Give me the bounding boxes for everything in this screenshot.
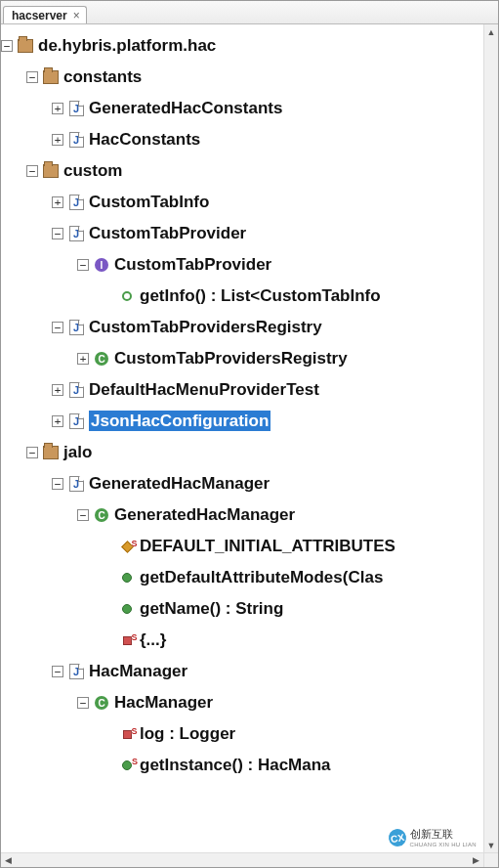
- static-method-node[interactable]: · S getInstance() : HacMana: [103, 750, 483, 781]
- package-icon: [42, 444, 60, 461]
- method-node[interactable]: · getDefaultAttributeModes(Clas: [103, 562, 483, 593]
- watermark-text: 创新互联: [410, 827, 477, 842]
- file-label: CustomTabProvidersRegistry: [89, 318, 322, 337]
- java-file[interactable]: + J CustomTabInfo: [52, 187, 483, 218]
- method-node[interactable]: · getName() : String: [103, 593, 483, 625]
- collapse-icon[interactable]: −: [77, 697, 89, 709]
- package-jalo[interactable]: − jalo: [26, 437, 483, 468]
- vertical-scrollbar[interactable]: ▲ ▼: [483, 24, 498, 852]
- package-icon: [17, 37, 34, 55]
- scroll-up-icon[interactable]: ▲: [484, 24, 498, 39]
- package-label: de.hybris.platform.hac: [38, 36, 216, 56]
- class-icon: C: [93, 350, 110, 368]
- package-icon: [42, 68, 60, 86]
- field-label: DEFAULT_INITIAL_ATTRIBUTES: [140, 537, 395, 556]
- java-file[interactable]: − J CustomTabProvidersRegistry: [52, 312, 483, 343]
- scroll-left-icon[interactable]: ◀: [5, 855, 12, 865]
- static-field-node[interactable]: · S DEFAULT_INITIAL_ATTRIBUTES: [103, 531, 483, 562]
- scrollbar-corner: [483, 852, 498, 867]
- leaf-icon: ·: [103, 541, 114, 552]
- file-label: CustomTabInfo: [89, 193, 209, 212]
- collapse-icon[interactable]: −: [26, 165, 38, 177]
- leaf-icon: ·: [103, 572, 114, 584]
- static-init-icon: S: [118, 631, 136, 649]
- tab-hacserver[interactable]: hacserver ×: [3, 6, 87, 23]
- java-file-icon: J: [67, 194, 85, 211]
- expand-icon[interactable]: +: [52, 134, 63, 146]
- leaf-icon: ·: [103, 603, 114, 615]
- class-icon: C: [93, 506, 110, 524]
- java-file-icon: J: [67, 381, 85, 399]
- collapse-icon[interactable]: −: [52, 666, 63, 677]
- tab-bar: hacserver ×: [1, 1, 498, 24]
- package-explorer-tree[interactable]: − de.hybris.platform.hac − constants + J…: [1, 24, 483, 852]
- tab-label: hacserver: [12, 9, 67, 22]
- public-method-icon: [118, 569, 136, 586]
- java-file[interactable]: + J DefaultHacMenuProviderTest: [52, 374, 483, 406]
- collapse-icon[interactable]: −: [52, 478, 63, 490]
- file-label: HacManager: [89, 662, 187, 681]
- horizontal-scrollbar[interactable]: ◀ ▶: [1, 852, 483, 867]
- scroll-down-icon[interactable]: ▼: [484, 838, 498, 852]
- java-file[interactable]: − J HacManager: [52, 656, 483, 687]
- type-label: CustomTabProvider: [114, 255, 271, 275]
- type-label: CustomTabProvidersRegistry: [114, 349, 348, 369]
- expand-icon[interactable]: +: [77, 353, 89, 365]
- class-node[interactable]: − C HacManager: [77, 687, 483, 718]
- expand-icon[interactable]: +: [52, 103, 63, 114]
- public-method-icon: [118, 600, 136, 618]
- java-file-selected[interactable]: + J JsonHacConfiguration: [52, 406, 483, 437]
- type-label: GeneratedHacManager: [114, 505, 295, 525]
- watermark-logo-icon: CX: [387, 827, 407, 847]
- leaf-icon: ·: [103, 728, 114, 740]
- package-root[interactable]: − de.hybris.platform.hac: [1, 30, 483, 62]
- package-label: custom: [63, 161, 122, 181]
- static-private-field-icon: S: [118, 725, 136, 743]
- expand-icon[interactable]: +: [52, 196, 63, 208]
- package-label: jalo: [63, 443, 92, 462]
- file-label: GeneratedHacConstants: [89, 99, 282, 118]
- abstract-method-icon: [118, 287, 136, 305]
- field-label: log : Logger: [140, 724, 235, 744]
- java-file-icon: J: [67, 663, 85, 680]
- file-label: GeneratedHacManager: [89, 474, 270, 494]
- java-file[interactable]: − J CustomTabProvider: [52, 218, 483, 249]
- collapse-icon[interactable]: −: [1, 40, 13, 52]
- leaf-icon: ·: [103, 634, 114, 646]
- expand-icon[interactable]: +: [52, 384, 63, 396]
- java-file[interactable]: + J GeneratedHacConstants: [52, 93, 483, 124]
- method-label: getDefaultAttributeModes(Clas: [140, 568, 383, 587]
- collapse-icon[interactable]: −: [26, 71, 38, 83]
- collapse-icon[interactable]: −: [52, 228, 63, 239]
- java-file[interactable]: − J GeneratedHacManager: [52, 468, 483, 499]
- package-constants[interactable]: − constants: [26, 62, 483, 93]
- package-custom[interactable]: − custom: [26, 155, 483, 187]
- package-label: constants: [63, 67, 142, 87]
- watermark: CX 创新互联 CHUANG XIN HU LIAN: [385, 825, 480, 849]
- leaf-icon: ·: [103, 290, 114, 302]
- method-node[interactable]: · getInfo() : List<CustomTabInfo: [103, 281, 483, 312]
- static-method-icon: S: [118, 757, 136, 774]
- class-node[interactable]: + C CustomTabProvidersRegistry: [77, 343, 483, 374]
- java-file-icon: J: [67, 412, 85, 430]
- class-node[interactable]: − C GeneratedHacManager: [77, 499, 483, 531]
- collapse-icon[interactable]: −: [26, 447, 38, 458]
- java-file-icon: J: [67, 131, 85, 149]
- leaf-icon: ·: [103, 760, 114, 771]
- static-block-node[interactable]: · S {...}: [103, 625, 483, 656]
- java-file-icon: J: [67, 475, 85, 493]
- interface-icon: I: [93, 256, 110, 274]
- scroll-right-icon[interactable]: ▶: [473, 855, 479, 865]
- close-icon[interactable]: ×: [73, 9, 80, 22]
- interface-node[interactable]: − I CustomTabProvider: [77, 249, 483, 281]
- file-label: HacConstants: [89, 130, 200, 150]
- java-file[interactable]: + J HacConstants: [52, 124, 483, 155]
- expand-icon[interactable]: +: [52, 415, 63, 427]
- static-field-node[interactable]: · S log : Logger: [103, 718, 483, 750]
- method-label: getInstance() : HacMana: [140, 756, 331, 775]
- collapse-icon[interactable]: −: [52, 322, 63, 333]
- method-label: getInfo() : List<CustomTabInfo: [140, 286, 381, 306]
- java-file-icon: J: [67, 225, 85, 242]
- collapse-icon[interactable]: −: [77, 259, 89, 271]
- collapse-icon[interactable]: −: [77, 509, 89, 521]
